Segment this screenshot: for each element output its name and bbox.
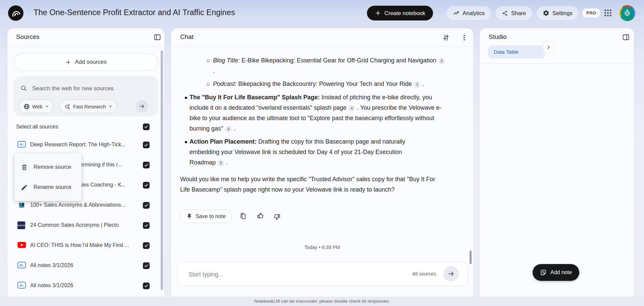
citation-badge[interactable]: 3: [414, 81, 421, 88]
copy-icon: [239, 212, 247, 220]
source-list-item[interactable]: m↓ All notes 3/1/2026: [0, 279, 157, 293]
markdown-doc-icon: m↓: [17, 141, 26, 148]
check-icon: [144, 284, 149, 288]
chat-header-divider: [171, 46, 473, 46]
logo-arcs-icon: [10, 7, 21, 19]
rename-source-menu-item[interactable]: Rename source: [14, 177, 82, 197]
chevron-down-icon: [108, 104, 112, 108]
source-list-item[interactable]: AI CEO: THIS is How I'd Make My First ..…: [0, 239, 157, 252]
studio-item[interactable]: Strategic Traffic and Distribution... 22…: [480, 229, 634, 256]
research-mode-chip[interactable]: Fast Research: [60, 100, 117, 113]
thumbs-down-icon: [273, 213, 281, 221]
disclaimer-text: NotebookLM can be inaccurate; please dou…: [0, 299, 644, 304]
collapse-studio-button[interactable]: [622, 33, 630, 41]
check-icon: [144, 263, 149, 268]
chat-message-closing: Would you like me to help you write the …: [180, 174, 439, 195]
apps-grid-button[interactable]: [603, 8, 612, 17]
citation-badge[interactable]: 4: [225, 126, 232, 133]
settings-button[interactable]: Settings: [536, 6, 579, 20]
chat-message-bullet: Action Plan Placement: Drafting the copy…: [190, 137, 424, 168]
source-checkbox[interactable]: [143, 242, 150, 249]
source-title: 100+ Sales Acronyms & Abbreviations...: [30, 202, 125, 208]
create-notebook-button[interactable]: Create notebook: [367, 6, 433, 20]
youtube-icon: [17, 242, 26, 248]
panel-left-icon: [153, 33, 161, 41]
thumbs-down-button[interactable]: [273, 213, 281, 221]
source-title: All notes 3/1/2026: [30, 283, 73, 289]
chat-input[interactable]: [188, 267, 330, 282]
chat-menu-button[interactable]: [460, 34, 468, 42]
analytics-button[interactable]: Analytics: [446, 6, 491, 20]
expand-data-table-button[interactable]: [542, 41, 554, 53]
arrow-right-icon: [139, 103, 145, 110]
chat-scrollbar[interactable]: [470, 251, 472, 264]
source-checkbox[interactable]: [143, 142, 150, 148]
studio-item[interactable]: High Ticket Architecture 48 sources • 1m…: [480, 78, 634, 105]
sources-panel-title: Sources: [16, 33, 40, 41]
sub-bullet-marker: [207, 59, 210, 62]
source-list-item[interactable]: m↓ All notes 3/1/2026: [0, 259, 157, 272]
chat-message-sub-bullet: Podcast: Bikepacking the Backcountry: Po…: [213, 79, 449, 89]
chat-message-bullet: The "Buy It For Life Basecamp" Splash Pa…: [190, 92, 443, 134]
arrow-right-icon: [447, 270, 455, 277]
chat-timestamp: Today • 6:39 PM: [171, 245, 473, 250]
chat-message-sub-bullet: Blog Title: E-Bike Bikepacking: Essentia…: [213, 55, 448, 76]
check-icon: [144, 183, 149, 188]
source-checkbox[interactable]: [143, 262, 150, 269]
studio-item[interactable]: Mastering the Architecture of High... 48…: [480, 168, 634, 195]
source-checkbox[interactable]: [143, 222, 150, 229]
user-avatar[interactable]: [619, 5, 635, 21]
source-checkbox[interactable]: [143, 162, 150, 168]
source-title: etermining if this r...: [75, 162, 122, 168]
check-icon: [144, 163, 149, 167]
pencil-icon: [21, 184, 28, 191]
search-submit-button[interactable]: [136, 100, 148, 113]
source-list-item[interactable]: PLECTO 24 Common Sales Acronyms | Plecto: [0, 219, 157, 232]
add-note-button[interactable]: Add note: [533, 264, 579, 281]
plecto-favicon: PLECTO: [17, 221, 25, 229]
search-icon: [20, 85, 28, 92]
sources-scrollbar[interactable]: [161, 50, 163, 290]
select-all-checkbox[interactable]: [143, 123, 150, 130]
check-icon: [144, 124, 149, 129]
source-title: AI CEO: THIS is How I'd Make My First ..…: [30, 242, 129, 248]
web-filter-chip[interactable]: Web: [19, 100, 54, 113]
collapse-sources-button[interactable]: [153, 33, 161, 41]
chat-settings-button[interactable]: [442, 34, 450, 42]
source-list-item[interactable]: m↓ Deep Research Report: The High-Tick..…: [0, 138, 157, 152]
citation-badge[interactable]: 4: [348, 105, 355, 112]
add-note-icon: [540, 269, 547, 276]
pro-badge: PRO: [582, 8, 600, 17]
tune-icon: [442, 34, 450, 42]
studio-item[interactable]: How Sales Systems Map... 48 sources • 12…: [480, 138, 634, 165]
studio-item[interactable]: High-Ticket Mastery Sales Blueprint 48 s…: [480, 108, 634, 135]
source-checkbox[interactable]: [143, 202, 150, 209]
citation-badge[interactable]: 3: [438, 58, 445, 64]
chevron-right-icon: [545, 44, 551, 50]
kebab-menu-icon: [460, 34, 468, 42]
notebook-title[interactable]: The One-Sentence Profit Extractor and AI…: [34, 8, 235, 17]
source-search-input[interactable]: [32, 84, 130, 93]
select-all-label: Select all sources: [16, 124, 58, 130]
source-checkbox[interactable]: [143, 182, 150, 189]
source-title: Sales Coaching - K...: [75, 182, 126, 188]
send-message-button[interactable]: [443, 266, 459, 282]
source-title: Deep Research Report: The High-Tick...: [30, 142, 126, 148]
globe-icon: [23, 103, 30, 110]
markdown-doc-icon: m↓: [17, 262, 26, 268]
research-sparkle-icon: [64, 103, 71, 110]
source-checkbox[interactable]: [143, 283, 150, 289]
studio-item[interactable]: The Psychology of Persuasion: Hig... 22d…: [480, 199, 634, 225]
save-to-note-button[interactable]: Save to note: [180, 210, 232, 223]
data-table-chip[interactable]: Data Table: [488, 45, 545, 59]
copy-button[interactable]: [239, 212, 247, 220]
thumbs-up-button[interactable]: [256, 212, 264, 220]
remove-source-menu-item[interactable]: Remove source: [14, 157, 82, 177]
check-icon: [144, 203, 149, 208]
share-button[interactable]: Share: [495, 6, 533, 20]
add-sources-button[interactable]: Add sources: [13, 53, 158, 71]
markdown-doc-icon: m↓: [17, 282, 26, 289]
trash-icon: [21, 164, 28, 171]
citation-badge[interactable]: 5: [217, 160, 224, 166]
notebooklm-logo[interactable]: [8, 5, 23, 21]
